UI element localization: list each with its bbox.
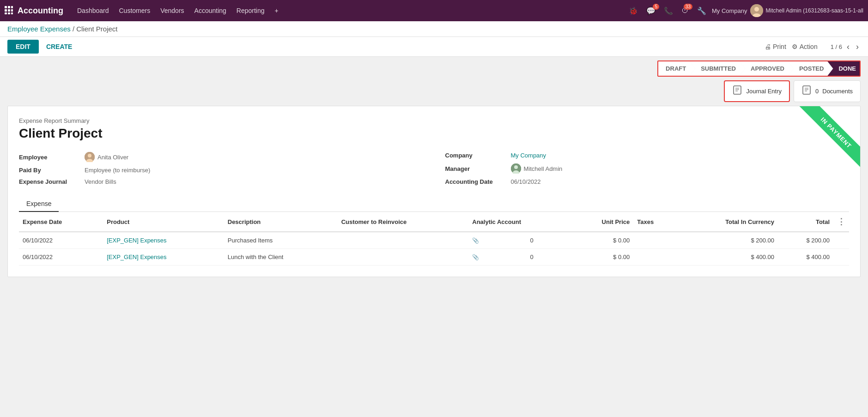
row2-taxes bbox=[633, 249, 676, 266]
topnav-right: 🐞 💬5 📞 ⏱33 🔧 My Company Mitchell Admin (… bbox=[626, 4, 863, 17]
smart-buttons-bar: Journal Entry 0 Documents bbox=[0, 77, 868, 106]
pager: 1 / 6 ‹ › bbox=[831, 42, 861, 52]
user-label: Mitchell Admin (16312683-saas-15-1-all bbox=[766, 7, 863, 14]
col-unit-price: Unit Price bbox=[570, 212, 633, 232]
paperclip-icon: 📎 bbox=[472, 237, 479, 244]
table-row: 06/10/2022 [EXP_GEN] Expenses Lunch with… bbox=[19, 249, 849, 266]
employee-value[interactable]: Anita Oliver bbox=[97, 154, 128, 161]
documents-count: 0 bbox=[815, 88, 819, 95]
company-field: Company My Company bbox=[445, 152, 850, 159]
row2-analytic: 0 bbox=[526, 249, 570, 266]
accounting-date-value: 06/10/2022 bbox=[511, 178, 541, 185]
row1-unit-price: $ 0.00 bbox=[570, 232, 633, 249]
status-draft[interactable]: DRAFT bbox=[658, 61, 695, 76]
svg-point-10 bbox=[754, 7, 759, 12]
pager-next[interactable]: › bbox=[854, 42, 861, 52]
journal-entry-icon bbox=[732, 85, 742, 97]
paperclip-icon-2: 📎 bbox=[472, 254, 479, 260]
journal-entry-btn[interactable]: Journal Entry bbox=[724, 80, 790, 102]
documents-label: Documents bbox=[822, 88, 853, 95]
phone-icon[interactable]: 📞 bbox=[661, 5, 676, 17]
paid-by-value: Employee (to reimburse) bbox=[85, 167, 150, 174]
company-label: My Company bbox=[712, 7, 747, 14]
employee-field: Employee Anita Oliver bbox=[19, 152, 423, 162]
nav-vendors[interactable]: Vendors bbox=[156, 4, 188, 17]
edit-button[interactable]: EDIT bbox=[7, 40, 39, 54]
form-title: Client Project bbox=[19, 126, 849, 141]
row2-total-currency: $ 400.00 bbox=[677, 249, 778, 266]
paid-by-field: Paid By Employee (to reimburse) bbox=[19, 167, 423, 174]
table-row: 06/10/2022 [EXP_GEN] Expenses Purchased … bbox=[19, 232, 849, 249]
svg-rect-7 bbox=[8, 12, 10, 14]
breadcrumb-parent[interactable]: Employee Expenses bbox=[7, 25, 71, 33]
company-value[interactable]: My Company bbox=[511, 152, 546, 159]
tabs: Expense bbox=[19, 196, 849, 212]
report-type-label: Expense Report Summary bbox=[19, 117, 849, 124]
row1-analytic: 0 bbox=[526, 232, 570, 249]
row1-analytic-icon: 📎 bbox=[468, 232, 526, 249]
tools-icon[interactable]: 🔧 bbox=[694, 5, 709, 17]
svg-rect-3 bbox=[5, 9, 7, 12]
pager-prev[interactable]: ‹ bbox=[845, 42, 851, 52]
documents-icon bbox=[801, 85, 812, 97]
row2-customer bbox=[338, 249, 469, 266]
avatar[interactable] bbox=[750, 4, 763, 17]
documents-btn[interactable]: 0 Documents bbox=[794, 80, 861, 102]
row1-customer bbox=[338, 232, 469, 249]
nav-links: Dashboard Customers Vendors Accounting R… bbox=[73, 4, 624, 17]
manager-avatar bbox=[511, 163, 521, 174]
row2-product[interactable]: [EXP_GEN] Expenses bbox=[103, 249, 224, 266]
employee-avatar bbox=[85, 152, 95, 162]
nav-reporting[interactable]: Reporting bbox=[232, 4, 269, 17]
journal-entry-label: Journal Entry bbox=[746, 88, 782, 95]
col-actions: ⋮ bbox=[833, 212, 849, 232]
col-description: Description bbox=[224, 212, 338, 232]
expense-journal-field: Expense Journal Vendor Bills bbox=[19, 178, 423, 185]
status-approved[interactable]: APPROVED bbox=[740, 61, 794, 76]
svg-rect-6 bbox=[5, 12, 7, 14]
pager-text: 1 / 6 bbox=[831, 43, 842, 50]
row2-analytic-icon: 📎 bbox=[468, 249, 526, 266]
breadcrumb-separator: / bbox=[71, 25, 77, 33]
status-pipeline: DRAFT SUBMITTED APPROVED POSTED DONE bbox=[657, 60, 861, 77]
col-taxes: Taxes bbox=[633, 212, 676, 232]
row2-date: 06/10/2022 bbox=[19, 249, 103, 266]
col-total: Total bbox=[778, 212, 833, 232]
tab-expense[interactable]: Expense bbox=[19, 196, 59, 212]
gear-icon: ⚙ bbox=[792, 43, 798, 50]
grid-icon[interactable] bbox=[5, 6, 13, 16]
row1-total: $ 200.00 bbox=[778, 232, 833, 249]
nav-add[interactable]: + bbox=[270, 4, 283, 17]
clock-icon[interactable]: ⏱33 bbox=[679, 5, 692, 17]
nav-customers[interactable]: Customers bbox=[115, 4, 155, 17]
clock-badge: 33 bbox=[684, 4, 692, 10]
svg-rect-0 bbox=[5, 6, 7, 8]
row2-description: Lunch with the Client bbox=[224, 249, 338, 266]
nav-accounting[interactable]: Accounting bbox=[190, 4, 231, 17]
row1-description: Purchased Items bbox=[224, 232, 338, 249]
bug-icon[interactable]: 🐞 bbox=[626, 5, 641, 17]
status-posted[interactable]: POSTED bbox=[788, 61, 833, 76]
row2-total: $ 400.00 bbox=[778, 249, 833, 266]
svg-rect-4 bbox=[8, 9, 10, 12]
accounting-date-field: Accounting Date 06/10/2022 bbox=[445, 178, 850, 185]
svg-rect-12 bbox=[734, 86, 741, 94]
expense-table: Expense Date Product Description Custome… bbox=[19, 212, 849, 266]
action-bar: EDIT CREATE 🖨 Print ⚙ Action 1 / 6 ‹ › bbox=[0, 37, 868, 57]
chat-badge: 5 bbox=[653, 4, 659, 10]
chat-icon[interactable]: 💬5 bbox=[643, 5, 658, 17]
row1-product[interactable]: [EXP_GEN] Expenses bbox=[103, 232, 224, 249]
column-options-icon[interactable]: ⋮ bbox=[837, 217, 845, 226]
nav-dashboard[interactable]: Dashboard bbox=[73, 4, 114, 17]
status-submitted[interactable]: SUBMITTED bbox=[690, 61, 745, 76]
status-bar: DRAFT SUBMITTED APPROVED POSTED DONE bbox=[0, 57, 868, 77]
action-link[interactable]: ⚙ Action bbox=[792, 43, 818, 50]
col-customer: Customer to Reinvoice bbox=[338, 212, 469, 232]
print-link[interactable]: 🖨 Print bbox=[765, 43, 786, 50]
svg-rect-16 bbox=[803, 86, 810, 94]
main-content: IN PAYMENT Expense Report Summary Client… bbox=[0, 106, 868, 284]
form-card: IN PAYMENT Expense Report Summary Client… bbox=[7, 106, 861, 277]
create-button[interactable]: CREATE bbox=[44, 40, 74, 54]
printer-icon: 🖨 bbox=[765, 43, 771, 50]
svg-rect-1 bbox=[8, 6, 10, 8]
